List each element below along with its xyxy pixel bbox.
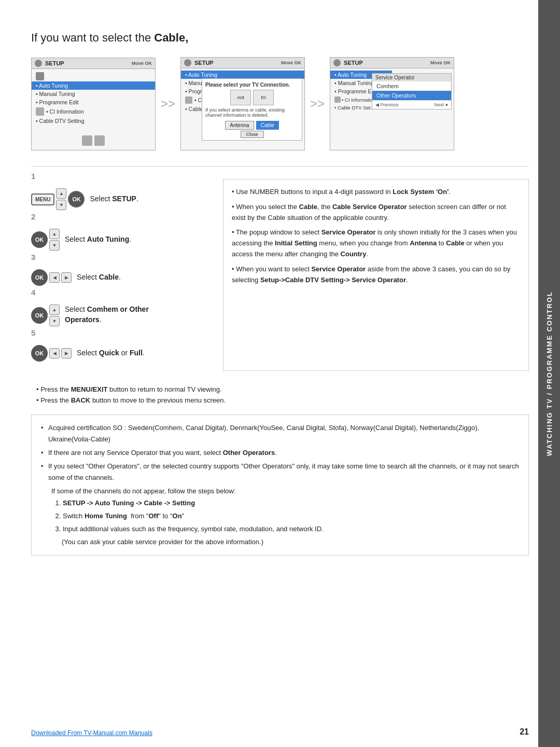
notes-step-1: SETUP -> Auto Tuning -> Cable -> Setting — [63, 497, 519, 509]
screenshot-3: SETUP Move OK • Auto Tuning • Manual Tun… — [330, 57, 454, 150]
note-2: If there are not any Service Operator th… — [41, 447, 519, 459]
down-btn[interactable]: ▼ — [56, 200, 66, 210]
down-btn-4[interactable]: ▼ — [49, 316, 60, 326]
popup-box: Please select your TV Connection. Ant IO… — [202, 78, 302, 141]
info-bullet-1: • Use NUMBER buttons to input a 4-digit … — [232, 187, 520, 198]
ok-button-2[interactable]: OK — [31, 231, 48, 248]
menu-item-cable-dtv: • Cable DTV Setting — [32, 117, 155, 125]
steps-info-row: 1 MENU ▲ ▼ OK Select SETUP. 2 — [31, 179, 529, 371]
screenshot-1-menu: • Auto Tuning • Manual Tuning • Programm… — [32, 69, 155, 150]
main-heading: If you want to select the Cable, — [31, 31, 529, 45]
ok-button-1[interactable]: OK — [68, 191, 85, 208]
popup-cable-btn[interactable]: Cable — [256, 121, 279, 130]
screenshot-2: SETUP Move OK • Auto Tuning • Manual Tun… — [180, 57, 305, 150]
step-5: 5 OK ◀ ▶ Select Quick or Full. — [31, 336, 207, 362]
step-2-text: Select Auto Tuning. — [65, 234, 131, 245]
sop-footer: ◀ Previous Next ● — [372, 100, 451, 109]
ci-icon — [36, 107, 44, 116]
info-bullet-3: • The popup window to select Service Ope… — [232, 227, 520, 259]
download-link[interactable]: Downloaded From TV-Manual.com Manuals — [31, 729, 152, 737]
press-instructions: • Press the MENU/EXIT button to return t… — [31, 385, 529, 404]
menu-item-auto-tuning: • Auto Tuning — [32, 81, 155, 90]
s1-icon1 — [82, 135, 92, 146]
menu-item-manual-tuning: • Manual Tuning — [32, 90, 155, 98]
info-bullet-2: • When you select the Cable, the Cable S… — [232, 202, 520, 224]
notes-list: Acquired certification SO : Sweden(Comhe… — [41, 422, 519, 483]
press-1: • Press the MENU/EXIT button to return t… — [36, 385, 529, 393]
screenshot-3-body: • Auto Tuning • Manual Tuning • Programm… — [330, 68, 454, 114]
notes-step-2: Switch Home Tuning from "Off" to "On" — [63, 510, 519, 522]
arrow-1: >> — [161, 96, 175, 111]
notes-box: Acquired certification SO : Sweden(Comhe… — [31, 414, 529, 556]
antenna-diagram: Ant — [230, 90, 251, 105]
screenshots-row: SETUP Move OK • Auto Tuning • Manual Tun… — [31, 57, 529, 150]
arrow-2: >> — [310, 96, 325, 111]
notes-indent: If some of the channels do not appear, f… — [41, 486, 519, 547]
steps-column: 1 MENU ▲ ▼ OK Select SETUP. 2 — [31, 179, 207, 371]
up-btn-4[interactable]: ▲ — [49, 305, 60, 315]
menu-icon — [36, 72, 44, 80]
s1-icon2 — [94, 135, 105, 146]
screenshot-2-header: SETUP Move OK — [181, 58, 304, 68]
notes-indent-text: If some of the channels do not appear, f… — [51, 486, 519, 497]
menu-item-ci: • CI Information — [32, 106, 155, 117]
step-2: 2 OK ▲ ▼ Select Auto Tuning. — [31, 219, 207, 251]
step-1-text: Select SETUP. — [90, 194, 138, 204]
page-number: 21 — [520, 727, 529, 737]
down-btn-2[interactable]: ▼ — [49, 240, 60, 251]
step-4-text: Select Comhem or OtherOperators. — [65, 305, 149, 325]
ok-button-4[interactable]: OK — [31, 307, 48, 324]
info-bullet-4: • When you want to select Service Operat… — [232, 264, 520, 286]
step-3: 3 OK ◀ ▶ Select Cable. — [31, 260, 207, 286]
sop-other-operators: Other Operators — [372, 91, 451, 100]
nav-btns-2: ▲ ▼ — [49, 229, 60, 251]
step-1: 1 MENU ▲ ▼ OK Select SETUP. — [31, 179, 207, 210]
right-btn-5[interactable]: ▶ — [61, 348, 72, 358]
tv-icon — [35, 60, 42, 67]
s3-ci-icon — [334, 96, 341, 103]
note-3: If you select "Other Operators", or the … — [41, 461, 519, 483]
popup-close-btn[interactable]: Close — [241, 131, 264, 138]
s2-auto-tuning: • Auto Tuning — [181, 71, 304, 79]
divider — [31, 166, 529, 167]
cable-diagram: IO — [253, 90, 274, 105]
ok-button-3[interactable]: OK — [31, 269, 48, 286]
sidebar-label: WATCHING TV / PROGRAMME CONTROL — [538, 0, 560, 747]
step-5-text: Select Quick or Full. — [77, 348, 145, 358]
popup-antenna-btn[interactable]: Antenna — [225, 121, 254, 130]
tv-icon-3 — [333, 59, 341, 66]
service-operator-popup: Service Operator Comhem Other Operators … — [372, 73, 452, 109]
nav-btns-4: ▲ ▼ — [49, 305, 60, 326]
screenshot-3-header: SETUP Move OK — [330, 58, 454, 68]
step-3-text: Select Cable. — [77, 272, 121, 283]
notes-step-4: (You can ask your cable service provider… — [51, 536, 519, 548]
sop-comhem: Comhem — [372, 81, 451, 91]
ok-button-5[interactable]: OK — [31, 345, 48, 362]
popup-buttons: Antenna Cable — [205, 121, 299, 130]
step-4: 4 OK ▲ ▼ Select Comhem or OtherOperators… — [31, 295, 207, 326]
menu-button[interactable]: MENU — [31, 193, 54, 205]
up-btn[interactable]: ▲ — [56, 188, 66, 199]
note-1: Acquired certification SO : Sweden(Comhe… — [41, 422, 519, 445]
menu-item-programme-edit: • Programme Edit — [32, 98, 155, 106]
screenshot-1: SETUP Move OK • Auto Tuning • Manual Tun… — [31, 58, 156, 150]
up-btn-2[interactable]: ▲ — [49, 229, 60, 239]
notes-step-3: Input additional values such as the freq… — [63, 523, 519, 535]
screenshot-1-header: SETUP Move OK — [32, 58, 155, 69]
right-btn-3[interactable]: ▶ — [61, 272, 72, 283]
notes-steps: SETUP -> Auto Tuning -> Cable -> Setting… — [51, 497, 519, 535]
tv-icon-2 — [184, 59, 191, 66]
info-column: • Use NUMBER buttons to input a 4-digit … — [223, 179, 529, 371]
left-btn-3[interactable]: ◀ — [49, 272, 60, 283]
press-2: • Press the BACK button to move to the p… — [36, 396, 529, 404]
menu-row — [32, 71, 155, 81]
nav-btns-1: ▲ ▼ — [56, 188, 66, 210]
left-btn-5[interactable]: ◀ — [49, 348, 60, 358]
s2-ci-icon — [185, 96, 192, 104]
